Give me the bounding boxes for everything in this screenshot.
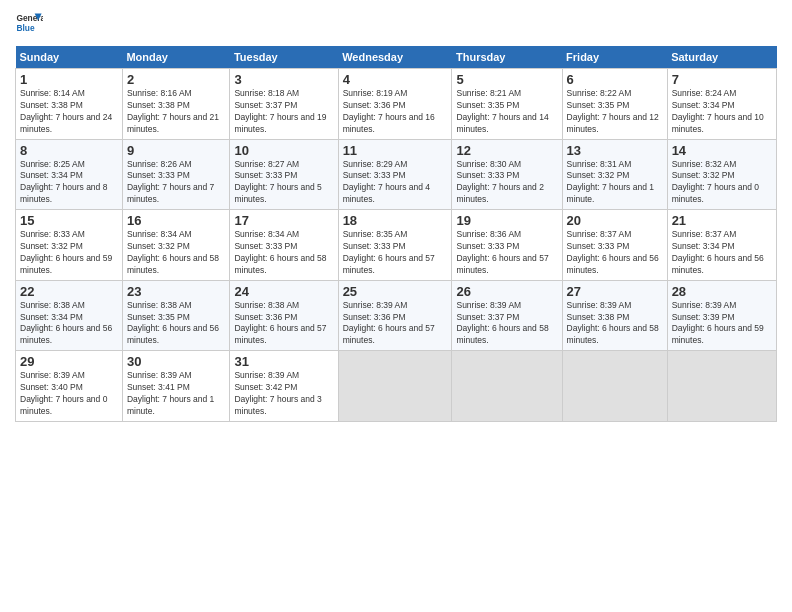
day-number: 25: [343, 284, 448, 299]
calendar-cell: 26 Sunrise: 8:39 AM Sunset: 3:37 PM Dayl…: [452, 280, 562, 351]
cell-info: Sunrise: 8:39 AM Sunset: 3:42 PM Dayligh…: [234, 370, 333, 418]
sunrise-text: Sunrise: 8:39 AM: [20, 370, 118, 382]
sunset-text: Sunset: 3:33 PM: [343, 241, 448, 253]
sunset-text: Sunset: 3:34 PM: [20, 312, 118, 324]
calendar-week-3: 15 Sunrise: 8:33 AM Sunset: 3:32 PM Dayl…: [16, 210, 777, 281]
day-number: 1: [20, 72, 118, 87]
daylight-text: Daylight: 7 hours and 12 minutes.: [567, 112, 663, 136]
daylight-text: Daylight: 6 hours and 57 minutes.: [456, 253, 557, 277]
calendar-cell: 11 Sunrise: 8:29 AM Sunset: 3:33 PM Dayl…: [338, 139, 452, 210]
sunset-text: Sunset: 3:42 PM: [234, 382, 333, 394]
daylight-text: Daylight: 7 hours and 24 minutes.: [20, 112, 118, 136]
day-number: 2: [127, 72, 226, 87]
daylight-text: Daylight: 7 hours and 1 minute.: [127, 394, 226, 418]
column-header-tuesday: Tuesday: [230, 46, 338, 69]
daylight-text: Daylight: 6 hours and 59 minutes.: [20, 253, 118, 277]
calendar-body: 1 Sunrise: 8:14 AM Sunset: 3:38 PM Dayli…: [16, 69, 777, 422]
cell-info: Sunrise: 8:16 AM Sunset: 3:38 PM Dayligh…: [127, 88, 226, 136]
day-number: 27: [567, 284, 663, 299]
logo-icon: General Blue: [15, 10, 43, 38]
daylight-text: Daylight: 7 hours and 14 minutes.: [456, 112, 557, 136]
cell-info: Sunrise: 8:32 AM Sunset: 3:32 PM Dayligh…: [672, 159, 772, 207]
sunrise-text: Sunrise: 8:33 AM: [20, 229, 118, 241]
daylight-text: Daylight: 7 hours and 7 minutes.: [127, 182, 226, 206]
cell-info: Sunrise: 8:39 AM Sunset: 3:37 PM Dayligh…: [456, 300, 557, 348]
logo: General Blue: [15, 10, 43, 38]
sunset-text: Sunset: 3:34 PM: [672, 100, 772, 112]
day-number: 4: [343, 72, 448, 87]
calendar-cell: 9 Sunrise: 8:26 AM Sunset: 3:33 PM Dayli…: [122, 139, 230, 210]
column-header-sunday: Sunday: [16, 46, 123, 69]
day-number: 13: [567, 143, 663, 158]
calendar-cell: 27 Sunrise: 8:39 AM Sunset: 3:38 PM Dayl…: [562, 280, 667, 351]
daylight-text: Daylight: 7 hours and 4 minutes.: [343, 182, 448, 206]
calendar-table: SundayMondayTuesdayWednesdayThursdayFrid…: [15, 46, 777, 422]
calendar-cell: 19 Sunrise: 8:36 AM Sunset: 3:33 PM Dayl…: [452, 210, 562, 281]
calendar-cell: 6 Sunrise: 8:22 AM Sunset: 3:35 PM Dayli…: [562, 69, 667, 140]
cell-info: Sunrise: 8:21 AM Sunset: 3:35 PM Dayligh…: [456, 88, 557, 136]
calendar-cell: 17 Sunrise: 8:34 AM Sunset: 3:33 PM Dayl…: [230, 210, 338, 281]
daylight-text: Daylight: 7 hours and 1 minute.: [567, 182, 663, 206]
calendar-cell: 3 Sunrise: 8:18 AM Sunset: 3:37 PM Dayli…: [230, 69, 338, 140]
daylight-text: Daylight: 7 hours and 3 minutes.: [234, 394, 333, 418]
cell-info: Sunrise: 8:34 AM Sunset: 3:32 PM Dayligh…: [127, 229, 226, 277]
calendar-header-row: SundayMondayTuesdayWednesdayThursdayFrid…: [16, 46, 777, 69]
sunrise-text: Sunrise: 8:34 AM: [234, 229, 333, 241]
day-number: 15: [20, 213, 118, 228]
day-number: 17: [234, 213, 333, 228]
cell-info: Sunrise: 8:38 AM Sunset: 3:35 PM Dayligh…: [127, 300, 226, 348]
sunset-text: Sunset: 3:34 PM: [20, 170, 118, 182]
cell-info: Sunrise: 8:30 AM Sunset: 3:33 PM Dayligh…: [456, 159, 557, 207]
calendar-cell: 20 Sunrise: 8:37 AM Sunset: 3:33 PM Dayl…: [562, 210, 667, 281]
day-number: 6: [567, 72, 663, 87]
cell-info: Sunrise: 8:36 AM Sunset: 3:33 PM Dayligh…: [456, 229, 557, 277]
day-number: 29: [20, 354, 118, 369]
svg-text:Blue: Blue: [16, 23, 34, 33]
cell-info: Sunrise: 8:25 AM Sunset: 3:34 PM Dayligh…: [20, 159, 118, 207]
sunrise-text: Sunrise: 8:24 AM: [672, 88, 772, 100]
day-number: 24: [234, 284, 333, 299]
calendar-cell: 10 Sunrise: 8:27 AM Sunset: 3:33 PM Dayl…: [230, 139, 338, 210]
calendar-cell: [452, 351, 562, 422]
daylight-text: Daylight: 7 hours and 0 minutes.: [20, 394, 118, 418]
daylight-text: Daylight: 6 hours and 58 minutes.: [127, 253, 226, 277]
cell-info: Sunrise: 8:26 AM Sunset: 3:33 PM Dayligh…: [127, 159, 226, 207]
column-header-saturday: Saturday: [667, 46, 776, 69]
sunrise-text: Sunrise: 8:32 AM: [672, 159, 772, 171]
sunrise-text: Sunrise: 8:35 AM: [343, 229, 448, 241]
calendar-cell: 1 Sunrise: 8:14 AM Sunset: 3:38 PM Dayli…: [16, 69, 123, 140]
calendar-cell: 14 Sunrise: 8:32 AM Sunset: 3:32 PM Dayl…: [667, 139, 776, 210]
calendar-cell: [667, 351, 776, 422]
sunset-text: Sunset: 3:33 PM: [127, 170, 226, 182]
calendar-cell: 31 Sunrise: 8:39 AM Sunset: 3:42 PM Dayl…: [230, 351, 338, 422]
cell-info: Sunrise: 8:37 AM Sunset: 3:34 PM Dayligh…: [672, 229, 772, 277]
day-number: 9: [127, 143, 226, 158]
cell-info: Sunrise: 8:19 AM Sunset: 3:36 PM Dayligh…: [343, 88, 448, 136]
cell-info: Sunrise: 8:39 AM Sunset: 3:38 PM Dayligh…: [567, 300, 663, 348]
calendar-cell: 23 Sunrise: 8:38 AM Sunset: 3:35 PM Dayl…: [122, 280, 230, 351]
daylight-text: Daylight: 6 hours and 58 minutes.: [234, 253, 333, 277]
day-number: 18: [343, 213, 448, 228]
sunrise-text: Sunrise: 8:38 AM: [20, 300, 118, 312]
calendar-cell: 29 Sunrise: 8:39 AM Sunset: 3:40 PM Dayl…: [16, 351, 123, 422]
column-header-wednesday: Wednesday: [338, 46, 452, 69]
day-number: 10: [234, 143, 333, 158]
day-number: 31: [234, 354, 333, 369]
sunset-text: Sunset: 3:36 PM: [343, 312, 448, 324]
sunrise-text: Sunrise: 8:27 AM: [234, 159, 333, 171]
daylight-text: Daylight: 6 hours and 59 minutes.: [672, 323, 772, 347]
sunrise-text: Sunrise: 8:36 AM: [456, 229, 557, 241]
cell-info: Sunrise: 8:27 AM Sunset: 3:33 PM Dayligh…: [234, 159, 333, 207]
day-number: 3: [234, 72, 333, 87]
cell-info: Sunrise: 8:22 AM Sunset: 3:35 PM Dayligh…: [567, 88, 663, 136]
sunrise-text: Sunrise: 8:21 AM: [456, 88, 557, 100]
sunset-text: Sunset: 3:32 PM: [672, 170, 772, 182]
cell-info: Sunrise: 8:29 AM Sunset: 3:33 PM Dayligh…: [343, 159, 448, 207]
daylight-text: Daylight: 7 hours and 10 minutes.: [672, 112, 772, 136]
daylight-text: Daylight: 6 hours and 56 minutes.: [672, 253, 772, 277]
calendar-cell: 5 Sunrise: 8:21 AM Sunset: 3:35 PM Dayli…: [452, 69, 562, 140]
sunrise-text: Sunrise: 8:31 AM: [567, 159, 663, 171]
sunset-text: Sunset: 3:39 PM: [672, 312, 772, 324]
daylight-text: Daylight: 7 hours and 0 minutes.: [672, 182, 772, 206]
cell-info: Sunrise: 8:34 AM Sunset: 3:33 PM Dayligh…: [234, 229, 333, 277]
